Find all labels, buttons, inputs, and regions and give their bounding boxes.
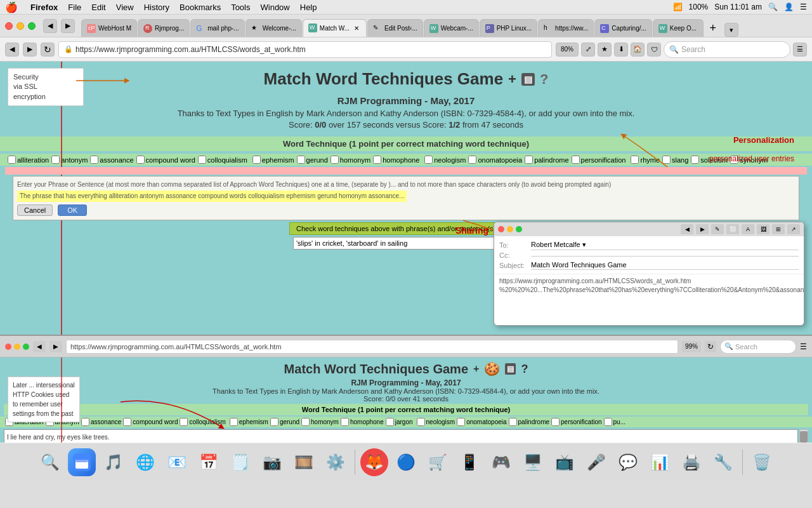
bottom-help-btn[interactable]: ? (521, 363, 528, 376)
forward-btn2[interactable]: ▶ (23, 43, 37, 57)
dock-tv[interactable]: 📺 (551, 448, 579, 476)
email-tool-8[interactable]: ↗ (787, 224, 800, 234)
bottom-cb-personification[interactable]: personification (551, 418, 601, 426)
bottom-min-btn[interactable] (14, 344, 20, 350)
shield-btn[interactable]: 🛡 (647, 43, 661, 57)
dock-firefox[interactable]: 🦊 (360, 448, 388, 476)
minimize-button[interactable] (16, 22, 24, 30)
email-cc-value[interactable] (531, 255, 799, 257)
email-tool-1[interactable]: ◀ (681, 224, 693, 234)
download-btn[interactable]: ⬇ (614, 43, 628, 57)
email-minimize-btn[interactable] (507, 226, 513, 232)
bottom-plus-btn[interactable]: + (473, 363, 479, 375)
scroll-thumb[interactable] (800, 431, 808, 443)
dock-photos[interactable]: 📷 (258, 448, 286, 476)
bottom-close-btn[interactable] (5, 344, 11, 350)
cb-ephemism[interactable]: ephemism (252, 156, 294, 164)
maximize-button[interactable] (28, 22, 36, 30)
cancel-button[interactable]: Cancel (17, 204, 53, 216)
list-icon[interactable]: ☰ (800, 3, 807, 11)
email-tool-6[interactable]: 🖼 (757, 224, 769, 234)
menu-edit[interactable]: Edit (91, 3, 105, 12)
bookmark-star[interactable]: ★ (598, 43, 612, 57)
dock-iphone[interactable]: 📱 (455, 448, 483, 476)
cb-gerund[interactable]: gerund (297, 156, 328, 164)
tab-phplinux[interactable]: PPHP Linux... (480, 19, 537, 37)
tab-match[interactable]: WMatch W...✕ (303, 19, 367, 37)
dock-messages[interactable]: 💬 (614, 448, 642, 476)
close-button[interactable] (5, 22, 13, 30)
tab-https[interactable]: hhttps://ww... (538, 19, 594, 37)
menu-tools[interactable]: Tools (231, 3, 250, 12)
tab-overflow-button[interactable]: ▾ (724, 23, 738, 37)
dock-itunes[interactable]: 🎵 (100, 448, 128, 476)
dock-appstore[interactable]: 🛒 (424, 448, 452, 476)
cb-alliteration[interactable]: alliteration (8, 156, 49, 164)
cb-onomatopoeia[interactable]: onomatopoeia (468, 156, 522, 164)
bottom-search-box[interactable]: 🔍 Search (720, 340, 796, 354)
dock-chrome[interactable]: 🔵 (392, 448, 420, 476)
account-icon[interactable]: 👤 (784, 3, 794, 11)
tab-webcam[interactable]: WWebcam-... (424, 19, 479, 37)
dock-tools[interactable]: 🔧 (709, 448, 737, 476)
dock-mic[interactable]: 🎤 (582, 448, 610, 476)
share-button[interactable]: ▤ (521, 73, 535, 86)
cb-palindrome[interactable]: palindrome (525, 156, 568, 164)
email-tool-4[interactable]: ⬜ (726, 224, 739, 234)
home-btn[interactable]: 🏠 (631, 43, 645, 57)
bottom-cb-homonym[interactable]: homonym (301, 418, 339, 426)
bottom-menu-btn[interactable]: ☰ (800, 342, 807, 351)
tab-editpost[interactable]: ✎Edit Post‹... (367, 19, 423, 37)
address-bar[interactable]: 🔒 https://www.rjmprogramming.com.au/HTML… (58, 41, 552, 58)
cb-colloquialism[interactable]: colloquialism (198, 156, 247, 164)
ok-button[interactable]: OK (58, 204, 87, 216)
email-tool-2[interactable]: ▶ (696, 224, 709, 234)
menu-view[interactable]: View (116, 3, 134, 12)
cb-compound[interactable]: compound word (136, 156, 195, 164)
reload-btn[interactable]: ↻ (41, 43, 55, 57)
dock-games[interactable]: 🎮 (487, 448, 515, 476)
tab-close-match[interactable]: ✕ (352, 23, 361, 32)
email-zoom-btn[interactable] (516, 226, 522, 232)
bottom-cb-jargon[interactable]: jargon (386, 418, 413, 426)
browser-search[interactable]: 🔍 Search (664, 41, 790, 58)
email-close-btn[interactable] (498, 226, 504, 232)
expand-btn[interactable]: ⤢ (581, 43, 595, 57)
email-subject-value[interactable]: Match Word Techniques Game (531, 260, 799, 270)
bottom-max-btn[interactable] (23, 344, 29, 350)
new-tab-button[interactable]: + (704, 19, 722, 37)
bottom-address-bar[interactable]: https://www.rjmprogramming.com.au/HTMLCS… (66, 340, 678, 354)
menu-window[interactable]: Window (261, 3, 290, 12)
tab-rjmprog[interactable]: RRjmprog... (138, 19, 190, 37)
back-button[interactable]: ◀ (43, 19, 57, 33)
bottom-share-btn[interactable]: ▤ (505, 363, 516, 375)
bottom-reload-btn[interactable]: ↻ (705, 341, 716, 352)
menu-help[interactable]: Help (300, 3, 317, 12)
email-tool-3[interactable]: ✎ (711, 224, 724, 234)
bottom-cb-gerund[interactable]: gerund (270, 418, 299, 426)
dock-notes[interactable]: 🗒️ (226, 448, 254, 476)
cb-assonance[interactable]: assonance (90, 156, 133, 164)
bottom-zoom[interactable]: 99% (682, 341, 701, 352)
tab-cpwebhost[interactable]: cPWebHost M (81, 19, 137, 37)
tab-keepo[interactable]: WKeep O... (653, 19, 704, 37)
menu-bookmarks[interactable]: Bookmarks (180, 3, 221, 12)
dock-numbers[interactable]: 📊 (646, 448, 674, 476)
dock-finder2[interactable] (68, 448, 96, 476)
email-tool-7[interactable]: ⊞ (772, 224, 785, 234)
dock-finder[interactable]: 🔍 (36, 448, 64, 476)
apple-menu[interactable]: 🍎 (5, 1, 18, 13)
dock-trash[interactable]: 🗑️ (748, 448, 776, 476)
cb-antonym[interactable]: antonym (51, 156, 88, 164)
bottom-cb-homophone[interactable]: homophone (341, 418, 384, 426)
email-tool-5[interactable]: A (742, 224, 754, 234)
back-btn2[interactable]: ◀ (5, 43, 19, 57)
cb-neologism[interactable]: neologism (424, 156, 466, 164)
bottom-cb-assonance[interactable]: assonance (81, 418, 121, 426)
menu-file[interactable]: File (68, 3, 81, 12)
dock-sysprefs[interactable]: ⚙️ (322, 448, 350, 476)
scrollbar[interactable] (799, 429, 808, 443)
tab-capturing[interactable]: CCapturing/... (594, 19, 652, 37)
forward-button[interactable]: ▶ (61, 19, 75, 33)
bottom-cb-neologism[interactable]: neologism (417, 418, 455, 426)
